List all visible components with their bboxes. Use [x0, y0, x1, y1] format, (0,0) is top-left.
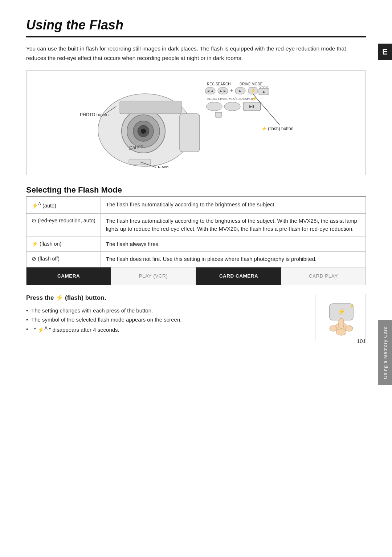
svg-point-41 — [346, 326, 353, 331]
svg-text:Flash: Flash — [158, 165, 168, 168]
press-heading: Press the ⚡ (flash) button. — [26, 294, 303, 302]
svg-text:MIX/SLIDESHOW: MIX/SLIDESHOW — [229, 97, 255, 101]
svg-point-15 — [206, 102, 222, 111]
press-illustration: ⚡ ⚡ — [319, 296, 362, 338]
flash-mode-row-auto: ⚡A (auto) The flash fires automatically … — [26, 197, 366, 214]
svg-rect-29 — [120, 101, 181, 114]
svg-text:►: ► — [238, 89, 242, 93]
svg-text:⚡: ⚡ — [350, 304, 354, 308]
svg-text:►►: ►► — [219, 89, 226, 93]
svg-text:⚡: ⚡ — [250, 88, 256, 93]
mode-bar-play-vcr[interactable]: PLAY (VCR) — [111, 267, 196, 285]
intro-text: You can use the built-in flash for recor… — [26, 44, 366, 62]
flash-mode-symbol-redeye: ⊙ (red-eye reduction, auto) — [26, 213, 101, 237]
flash-mode-symbol-off: ⊘ (flash off) — [26, 252, 101, 267]
svg-rect-19 — [215, 112, 222, 117]
flash-mode-row-redeye: ⊙ (red-eye reduction, auto) The flash fi… — [26, 213, 366, 237]
flash-mode-row-off: ⊘ (flash off) The flash does not fire. U… — [26, 252, 366, 267]
flash-mode-desc-on: The flash always fires. — [101, 237, 366, 252]
svg-point-16 — [224, 102, 240, 111]
press-bullets: The setting changes with each press of t… — [26, 306, 303, 335]
side-tab-memory: Using a Memory Card — [378, 320, 392, 385]
section-heading: Selecting the Flash Mode — [26, 185, 366, 197]
page-number: 101 — [357, 338, 366, 344]
svg-text:AUDIO LEVEL: AUDIO LEVEL — [207, 97, 228, 101]
press-bullet-1: The setting changes with each press of t… — [26, 306, 303, 315]
svg-text:⚡ (flash) button: ⚡ (flash) button — [261, 126, 293, 131]
page-container: E Using a Memory Card Using the Flash Yo… — [0, 0, 392, 359]
svg-point-25 — [141, 129, 146, 134]
press-bullet-2: The symbol of the selected flash mode ap… — [26, 315, 303, 324]
mode-bar-camera[interactable]: CAMERA — [26, 267, 111, 285]
svg-text:⚡: ⚡ — [337, 308, 346, 316]
flash-mode-row-on: ⚡ (flash on) The flash always fires. — [26, 237, 366, 252]
flash-mode-desc-off: The flash does not fire. Use this settin… — [101, 252, 366, 267]
flash-mode-table: ⚡A (auto) The flash fires automatically … — [26, 197, 366, 267]
svg-rect-28 — [180, 114, 200, 152]
svg-point-42 — [336, 329, 346, 335]
svg-text:PHOTO button: PHOTO button — [80, 112, 109, 117]
page-title: Using the Flash — [26, 17, 366, 37]
flash-mode-symbol-on: ⚡ (flash on) — [26, 237, 101, 252]
svg-text:▶: ▶ — [263, 90, 265, 94]
svg-text:+: + — [230, 88, 233, 93]
mode-bar-card-play[interactable]: CARD PLAY — [281, 267, 366, 285]
press-image: ⚡ ⚡ — [315, 294, 366, 341]
press-bullet-3: " ⚡A " disappears after 4 seconds. — [26, 324, 303, 335]
press-text: Press the ⚡ (flash) button. The setting … — [26, 294, 303, 335]
rec-search-label: REC SEARCH — [207, 82, 231, 86]
svg-point-40 — [330, 326, 337, 331]
press-section: Press the ⚡ (flash) button. The setting … — [26, 294, 366, 341]
svg-text:CARD: CARD — [260, 85, 268, 88]
side-tab-e: E — [378, 44, 392, 60]
mode-bar: CAMERA PLAY (VCR) CARD CAMERA CARD PLAY — [26, 267, 366, 285]
svg-text:▶▮: ▶▮ — [249, 104, 254, 108]
flash-mode-symbol-auto: ⚡A (auto) — [26, 197, 101, 214]
svg-text:◄◄: ◄◄ — [207, 89, 214, 93]
camera-diagram: REC SEARCH DRIVE MODE ◄◄ ►► + ► ⚡ CARD ▶ — [26, 70, 366, 175]
flash-mode-desc-auto: The flash fires automatically according … — [101, 197, 366, 214]
camera-illustration: REC SEARCH DRIVE MODE ◄◄ ►► + ► ⚡ CARD ▶ — [73, 77, 319, 168]
mode-bar-card-camera[interactable]: CARD CAMERA — [197, 267, 281, 285]
flash-mode-desc-redeye: The flash fires automatically according … — [101, 213, 366, 237]
svg-rect-39 — [339, 318, 344, 328]
